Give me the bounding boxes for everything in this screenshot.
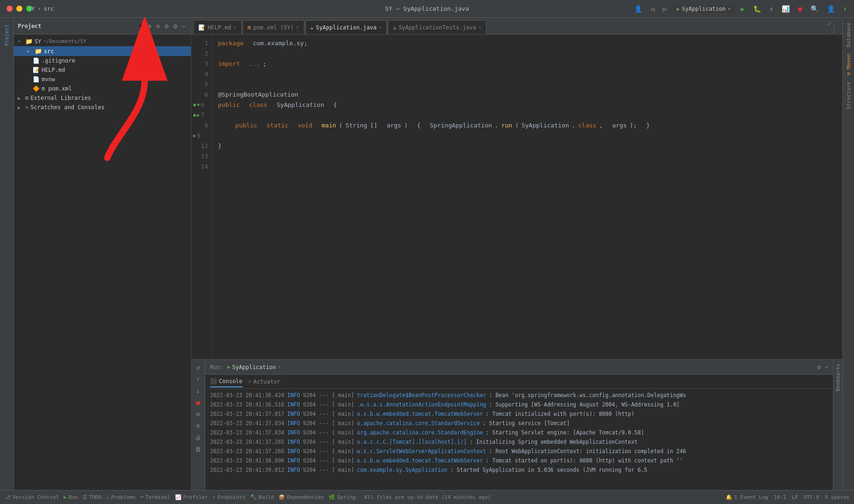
restart-icon[interactable]: ↺ [195, 363, 202, 372]
console-tab[interactable]: ⬛ Console [210, 376, 243, 387]
tree-item-mvnw[interactable]: 📄 mvnw [14, 75, 191, 84]
endpoints-button[interactable]: ⚡ Endpoints [213, 494, 245, 500]
update-button[interactable]: ⬆ [841, 4, 849, 14]
trash-icon[interactable]: 🗑 [194, 444, 203, 454]
breadcrumb-project[interactable]: SY [28, 6, 35, 12]
scroll-up-icon[interactable]: ↑ [195, 374, 202, 384]
code-line-4 [218, 69, 837, 79]
stop-run-icon[interactable]: ■ [195, 398, 202, 407]
collapse-all-icon[interactable]: ≡ [154, 21, 161, 31]
tab-syapp[interactable]: ☕ SyApplication.java × [305, 20, 387, 34]
run-config-selector[interactable]: ▶ SyApplication ▾ [673, 5, 735, 13]
maven-panel-button[interactable]: m Maven [844, 51, 853, 78]
back-icon[interactable]: ◁ [648, 4, 657, 14]
problems-button[interactable]: ⚠ Problems [106, 494, 136, 500]
log-line-8: 2022-03-23 20:41:38.996 INFO 9204 --- [ … [210, 456, 828, 465]
indent-setting[interactable]: 4 spaces [825, 494, 849, 500]
dependencies-icon: 📦 [279, 494, 285, 500]
run-status-icon: ▶ [63, 494, 67, 500]
event-log-button[interactable]: 🔔 1 Event Log [726, 494, 768, 500]
settings-gear-icon[interactable]: ⚙ [817, 364, 821, 371]
status-bar-right: 🔔 1 Event Log 14:1 LF UTF-8 4 spaces [726, 494, 849, 500]
close-button[interactable] [7, 6, 13, 12]
filter-icon[interactable]: ≋ [195, 421, 202, 431]
code-content[interactable]: package com.example.sy; import ...; @Spr… [212, 35, 842, 359]
minimize-console-icon[interactable]: − [825, 364, 828, 371]
settings-icon[interactable]: ⚙ [195, 409, 202, 419]
tree-item-src[interactable]: ▶ 📁 src [14, 46, 191, 56]
code-line-1: package com.example.sy; [218, 38, 837, 49]
todo-button[interactable]: ☰ TODO [83, 494, 102, 500]
forward-icon[interactable]: ▷ [660, 4, 669, 14]
spring-button[interactable]: 🌿 Spring [329, 494, 356, 500]
tab-pom[interactable]: m pom.xml (SY) × [243, 20, 304, 34]
no-errors-checkmark: ✓ [827, 19, 832, 28]
tab-close-sytest[interactable]: × [478, 25, 481, 30]
event-count: 🔔 [726, 494, 732, 500]
build-button[interactable]: 🔨 Build [250, 494, 274, 500]
structure-panel-button[interactable]: Structure [844, 79, 853, 112]
gear-icon[interactable]: ⚙ [172, 21, 178, 31]
tree-item-sy-root[interactable]: ▾ 📁 SY ~/Documents/SY [14, 36, 191, 46]
line-endings[interactable]: LF [792, 494, 798, 500]
cursor-position[interactable]: 14:1 [774, 494, 786, 500]
console-panel: Run: ▶ SyApplication × ⚙ − [205, 360, 833, 490]
breadcrumb-src[interactable]: src [44, 6, 54, 12]
vcs-icon: ⎇ [5, 494, 11, 500]
code-line-3: import ...; [218, 59, 837, 69]
minimize-button[interactable] [16, 6, 22, 12]
run-status-button[interactable]: ▶ Run [63, 494, 78, 500]
encoding[interactable]: UTF-8 [804, 494, 819, 500]
tab-sytest[interactable]: ☕ SyApplicationTests.java × [388, 20, 486, 34]
todo-icon: ☰ [83, 494, 87, 500]
project-panel: Project ▾ ⊕ ≡ ⚙ ⚙ − ▾ 📁 SY [14, 18, 191, 490]
profiler-icon: 📈 [175, 494, 182, 500]
stop-button[interactable]: ■ [796, 4, 804, 14]
vcs-icon[interactable]: 👤 [632, 4, 644, 14]
endpoints-icon: ⚡ [213, 494, 216, 500]
tab-close-pom[interactable]: × [296, 25, 299, 30]
minimize-panel-icon[interactable]: − [181, 21, 187, 31]
tab-help[interactable]: 📝 HELP.md × [193, 20, 242, 34]
scroll-down-icon[interactable]: ↓ [195, 386, 202, 396]
tree-item-pom[interactable]: 🔶 m pom.xml [14, 84, 191, 93]
bookmarks-label[interactable]: Bookmarks [835, 364, 841, 392]
locate-icon[interactable]: ⊕ [146, 21, 153, 31]
project-panel-header: Project ▾ ⊕ ≡ ⚙ ⚙ − [14, 18, 191, 35]
profiler-button[interactable]: 📈 Profiler [175, 494, 208, 500]
project-panel-title: Project [18, 23, 136, 29]
code-line-2 [218, 49, 837, 59]
project-dropdown-icon[interactable]: ▾ [139, 21, 143, 30]
bookmarks-strip: Bookmarks [833, 360, 842, 490]
options-icon[interactable]: ⚙ [163, 21, 170, 31]
dependencies-button[interactable]: 📦 Dependencies [279, 494, 324, 500]
log-line-5: 2022-03-23 20:41:37.034 INFO 9204 --- [ … [210, 428, 828, 437]
terminal-button[interactable]: ⌨ Terminal [140, 494, 170, 500]
tree-item-scratches[interactable]: ▶ ✎ Scratches and Consoles [14, 103, 191, 112]
panel-header-icons: ⊕ ≡ ⚙ ⚙ − [146, 21, 187, 31]
tab-close-syapp[interactable]: × [379, 25, 382, 30]
code-line-5 [218, 79, 837, 90]
database-panel-button[interactable]: Database [844, 20, 853, 50]
run-tab[interactable]: ▶ SyApplication × [227, 364, 281, 371]
run-tab-close[interactable]: × [278, 364, 280, 370]
project-tool-button[interactable]: Project [2, 21, 12, 49]
terminal-icon: ⌨ [140, 494, 144, 500]
code-line-12 [218, 131, 837, 141]
build-icon: 🔨 [250, 494, 257, 500]
log-line-3: 2022-03-23 20:41:37.017 INFO 9204 --- [ … [210, 409, 828, 419]
profile-button[interactable]: 📊 [779, 4, 792, 14]
tree-item-help[interactable]: 📝 HELP.md [14, 65, 191, 75]
coverage-button[interactable]: ⚡ [767, 4, 776, 14]
vcs-button[interactable]: ⎇ Version Control [5, 494, 59, 500]
log-line-9: 2022-03-23 20:41:39.012 INFO 9204 --- [ … [210, 465, 828, 475]
tree-item-ext-libs[interactable]: ▶ ⊞ External Libraries [14, 93, 191, 103]
print-icon[interactable]: 🖨 [194, 433, 203, 442]
run-button[interactable]: ▶ [738, 4, 747, 14]
actuator-tab[interactable]: ⚡ Actuator [248, 377, 280, 387]
debug-button[interactable]: 🐛 [751, 4, 763, 14]
tree-item-gitignore[interactable]: 📄 .gitignore [14, 56, 191, 65]
search-button[interactable]: 🔍 [808, 4, 821, 14]
tab-close-help[interactable]: × [234, 25, 237, 30]
user-button[interactable]: 👤 [825, 4, 837, 14]
